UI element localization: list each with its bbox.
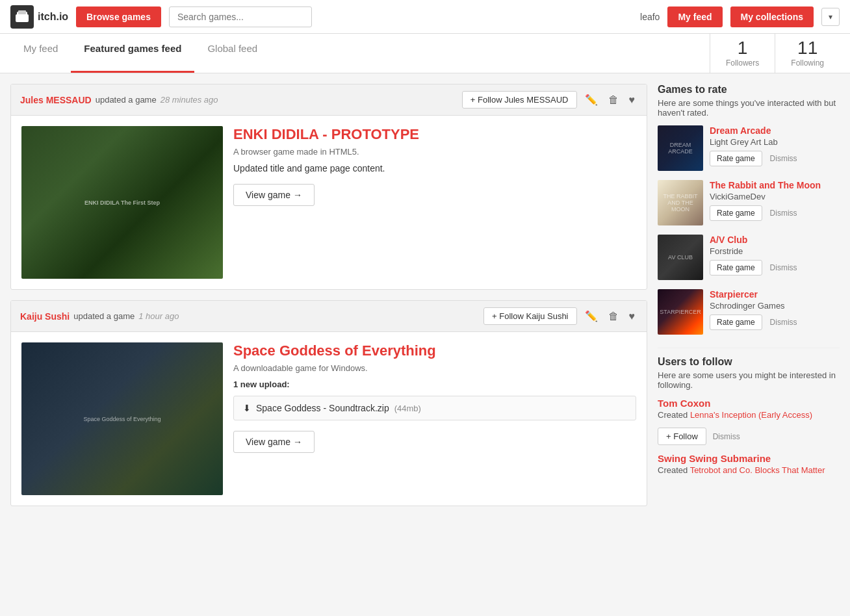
dropdown-arrow-button[interactable]: ▾	[821, 8, 840, 26]
following-stat: 11 Following	[775, 34, 840, 73]
rate-rabbit-moon-button[interactable]: Rate game	[710, 205, 762, 221]
delete-icon-2[interactable]: 🗑	[606, 308, 621, 325]
username-label: leafo	[640, 12, 660, 22]
starpiercer-info: Starpiercer Schrodinger Games Rate game …	[710, 289, 840, 330]
game-title-1[interactable]: ENKI DIDILA - PROTOTYPE	[233, 126, 636, 143]
view-game-button-1[interactable]: View game →	[233, 184, 315, 206]
my-collections-button[interactable]: My collections	[730, 6, 814, 27]
game-thumbnail-2: Space Goddess of Everything	[21, 342, 223, 495]
rabbit-moon-info: The Rabbit and The Moon VickiGameDev Rat…	[710, 180, 840, 221]
tom-actions: + Follow Dismiss	[658, 424, 840, 445]
edit-icon-1[interactable]: ✏️	[582, 91, 600, 109]
rate-starpiercer-button[interactable]: Rate game	[710, 314, 762, 330]
feed-action-1: updated a game	[96, 95, 157, 105]
feed-author-1[interactable]: Jules MESSAUD	[20, 95, 92, 105]
followers-label: Followers	[726, 58, 759, 68]
rate-av-club-button[interactable]: Rate game	[710, 260, 762, 276]
dismiss-rabbit-moon[interactable]: Dismiss	[770, 209, 797, 218]
follow-jules-button[interactable]: + Follow Jules MESSAUD	[462, 91, 577, 109]
swing-game-link2[interactable]: Blocks That Matter	[754, 465, 825, 475]
heart-icon-2[interactable]: ♥	[626, 308, 638, 325]
dream-arcade-author[interactable]: Light Grey Art Lab	[710, 137, 840, 147]
dismiss-dream-arcade[interactable]: Dismiss	[770, 154, 797, 163]
swing-swing-name[interactable]: Swing Swing Submarine	[658, 453, 840, 464]
feed-card-2-header: Kaiju Sushi updated a game 1 hour ago + …	[11, 301, 647, 332]
tab-my-feed[interactable]: My feed	[10, 34, 71, 73]
games-to-rate-title: Games to rate	[658, 84, 840, 96]
game-info-2: Space Goddess of Everything A downloadab…	[233, 342, 636, 495]
download-icon: ⬇	[243, 403, 251, 413]
dream-arcade-thumb-label: DREAM ARCADE	[658, 125, 703, 171]
swing-game-link1[interactable]: Tetrobot and Co.	[690, 465, 753, 475]
feed-card-1-header: Jules MESSAUD updated a game 28 minutes …	[11, 84, 647, 116]
new-upload-label-2: 1 new upload:	[233, 379, 636, 389]
rate-dream-arcade-button[interactable]: Rate game	[710, 151, 762, 166]
game-thumbnail-1: ENKI DIDILA The First Step	[21, 126, 223, 279]
rabbit-moon-author[interactable]: VickiGameDev	[710, 192, 840, 201]
dream-arcade-thumb: DREAM ARCADE	[658, 125, 703, 171]
rabbit-moon-thumb: THE RABBIT AND THE MOON	[658, 180, 703, 225]
starpiercer-title[interactable]: Starpiercer	[710, 289, 840, 300]
games-to-rate-section: Games to rate Here are some things you'v…	[658, 84, 840, 335]
av-club-author[interactable]: Forstride	[710, 246, 840, 256]
swing-created-label: Created	[658, 465, 688, 475]
starpiercer-thumb-label: STARPIERCER	[658, 289, 703, 335]
following-count: 11	[797, 39, 818, 57]
following-label: Following	[791, 58, 824, 68]
view-game-button-2[interactable]: View game →	[233, 431, 315, 453]
browse-games-button[interactable]: Browse games	[76, 6, 161, 27]
upload-size: (44mb)	[394, 404, 421, 413]
tabs-bar: My feed Featured games feed Global feed …	[0, 34, 850, 73]
svg-rect-2	[18, 10, 26, 14]
feed-card-2: Kaiju Sushi updated a game 1 hour ago + …	[10, 300, 647, 506]
game-thumbnail-2-label: Space Goddess of Everything	[21, 342, 223, 495]
tom-created-label: Created	[658, 410, 688, 420]
users-to-follow-title: Users to follow	[658, 356, 840, 368]
sidebar-game-dream: DREAM ARCADE Dream Arcade Light Grey Art…	[658, 125, 840, 171]
main-layout: Jules MESSAUD updated a game 28 minutes …	[0, 73, 850, 517]
av-club-info: A/V Club Forstride Rate game Dismiss	[710, 235, 840, 276]
feed-card-1-actions: + Follow Jules MESSAUD ✏️ 🗑 ♥	[462, 91, 638, 109]
sidebar-divider	[658, 348, 840, 348]
follow-tom-button[interactable]: + Follow	[658, 428, 706, 445]
my-feed-button[interactable]: My feed	[667, 6, 722, 27]
logo[interactable]: itch.io	[10, 5, 68, 29]
delete-icon-1[interactable]: 🗑	[606, 92, 621, 109]
tab-featured-feed[interactable]: Featured games feed	[71, 34, 194, 73]
starpiercer-actions: Rate game Dismiss	[710, 314, 840, 330]
dismiss-av-club[interactable]: Dismiss	[770, 263, 797, 272]
users-to-follow-desc: Here are some users you might be interes…	[658, 370, 840, 390]
dream-arcade-info: Dream Arcade Light Grey Art Lab Rate gam…	[710, 125, 840, 166]
header: itch.io Browse games leafo My feed My co…	[0, 0, 850, 34]
rabbit-moon-thumb-label: THE RABBIT AND THE MOON	[658, 180, 703, 225]
av-club-actions: Rate game Dismiss	[710, 260, 840, 276]
av-club-thumb-label: AV CLUB	[658, 235, 703, 280]
dismiss-tom[interactable]: Dismiss	[713, 432, 740, 441]
game-update-1: Updated title and game page content.	[233, 163, 636, 173]
search-input[interactable]	[169, 6, 312, 27]
feed-time-2: 1 hour ago	[138, 311, 179, 321]
tom-game-link[interactable]: Lenna's Inception (Early Access)	[690, 410, 812, 420]
starpiercer-author[interactable]: Schrodinger Games	[710, 301, 840, 311]
dismiss-starpiercer[interactable]: Dismiss	[770, 318, 797, 327]
tom-coxon-name[interactable]: Tom Coxon	[658, 398, 840, 409]
heart-icon-1[interactable]: ♥	[626, 92, 638, 109]
sidebar-game-av: AV CLUB A/V Club Forstride Rate game Dis…	[658, 235, 840, 280]
sidebar-user-swing: Swing Swing Submarine Created Tetrobot a…	[658, 453, 840, 475]
rabbit-moon-title[interactable]: The Rabbit and The Moon	[710, 180, 840, 190]
upload-box-2[interactable]: ⬇ Space Goddess - Soundtrack.zip (44mb)	[233, 396, 636, 420]
feed-column: Jules MESSAUD updated a game 28 minutes …	[10, 84, 647, 506]
edit-icon-2[interactable]: ✏️	[582, 307, 600, 325]
logo-text: itch.io	[38, 11, 68, 23]
game-subtitle-1: A browser game made in HTML5.	[233, 147, 636, 157]
users-to-follow-section: Users to follow Here are some users you …	[658, 356, 840, 475]
tab-global-feed[interactable]: Global feed	[194, 34, 270, 73]
games-to-rate-desc: Here are some things you've interacted w…	[658, 98, 840, 118]
game-title-2[interactable]: Space Goddess of Everything	[233, 342, 636, 359]
av-club-thumb: AV CLUB	[658, 235, 703, 280]
feed-author-2[interactable]: Kaiju Sushi	[20, 311, 70, 322]
rabbit-moon-actions: Rate game Dismiss	[710, 205, 840, 221]
follow-kaiju-button[interactable]: + Follow Kaiju Sushi	[483, 307, 576, 325]
dream-arcade-title[interactable]: Dream Arcade	[710, 125, 840, 136]
av-club-title[interactable]: A/V Club	[710, 235, 840, 245]
